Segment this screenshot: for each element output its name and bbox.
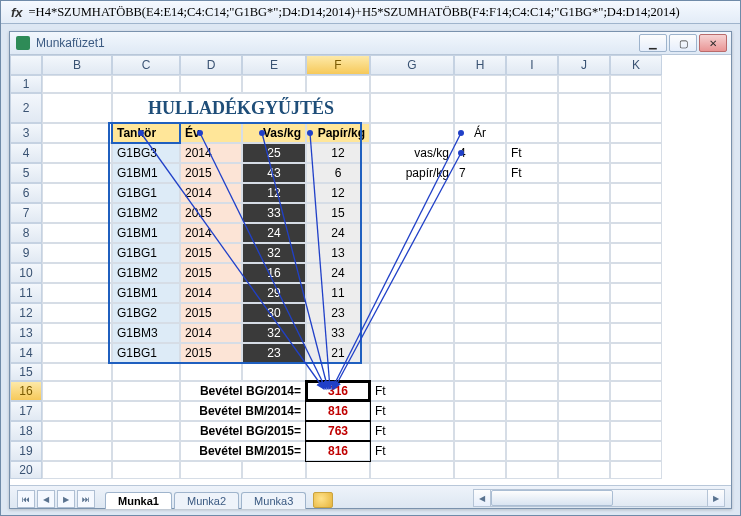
col-header[interactable]: E <box>242 55 306 75</box>
row-header[interactable]: 9 <box>10 243 42 263</box>
data-cell[interactable]: 2014 <box>180 183 242 203</box>
formula-input[interactable]: =H4*SZUMHATÖBB(E4:E14;C4:C14;"G1BG*";D4:… <box>29 5 736 20</box>
data-cell[interactable]: G1BG1 <box>112 243 180 263</box>
row-header[interactable]: 16 <box>10 381 42 401</box>
row-header[interactable]: 12 <box>10 303 42 323</box>
data-cell[interactable]: G1BG3 <box>112 143 180 163</box>
data-cell[interactable]: 2014 <box>180 223 242 243</box>
row-header[interactable]: 6 <box>10 183 42 203</box>
data-cell[interactable]: 12 <box>306 143 370 163</box>
sheet-tab-munka2[interactable]: Munka2 <box>174 492 239 509</box>
data-cell[interactable]: 29 <box>242 283 306 303</box>
row-header[interactable]: 8 <box>10 223 42 243</box>
row-header[interactable]: 11 <box>10 283 42 303</box>
scroll-thumb[interactable] <box>491 490 613 506</box>
sheet-tab-munka3[interactable]: Munka3 <box>241 492 306 509</box>
data-cell[interactable]: 2014 <box>180 143 242 163</box>
row-header[interactable]: 2 <box>10 93 42 123</box>
data-cell[interactable]: 32 <box>242 243 306 263</box>
data-cell[interactable]: 15 <box>306 203 370 223</box>
data-cell[interactable]: G1BG2 <box>112 303 180 323</box>
spreadsheet-grid[interactable]: B C D E F G H I J K 1 2 HULLADÉKGYŰJTÉS <box>10 55 662 479</box>
data-cell[interactable]: G1BM1 <box>112 163 180 183</box>
price-papir-value[interactable]: 7 <box>454 163 506 183</box>
data-cell[interactable]: 23 <box>306 303 370 323</box>
row-header[interactable]: 7 <box>10 203 42 223</box>
row-header[interactable]: 18 <box>10 421 42 441</box>
data-cell[interactable]: 2014 <box>180 323 242 343</box>
scroll-left-icon[interactable]: ◀ <box>474 490 491 506</box>
data-cell[interactable]: 2015 <box>180 203 242 223</box>
data-cell[interactable]: G1BG1 <box>112 343 180 363</box>
new-sheet-icon[interactable] <box>313 492 333 508</box>
th-tankor: Tankör <box>112 123 180 143</box>
data-cell[interactable]: 2015 <box>180 263 242 283</box>
data-cell[interactable]: 13 <box>306 243 370 263</box>
revenue-value[interactable]: 763 <box>306 421 370 441</box>
tab-nav-first-icon[interactable]: ⏮ <box>17 490 35 508</box>
data-cell[interactable]: G1BM1 <box>112 223 180 243</box>
row-header[interactable]: 1 <box>10 75 42 93</box>
row-header[interactable]: 5 <box>10 163 42 183</box>
tab-nav-last-icon[interactable]: ⏭ <box>77 490 95 508</box>
data-cell[interactable]: 16 <box>242 263 306 283</box>
col-header[interactable]: D <box>180 55 242 75</box>
row-header[interactable]: 19 <box>10 441 42 461</box>
restore-button[interactable]: ▢ <box>669 34 697 52</box>
data-cell[interactable]: 25 <box>242 143 306 163</box>
data-cell[interactable]: 23 <box>242 343 306 363</box>
data-cell[interactable]: 6 <box>306 163 370 183</box>
data-cell[interactable]: 2015 <box>180 303 242 323</box>
horizontal-scrollbar[interactable]: ◀ ▶ <box>473 489 725 507</box>
sheet-tab-munka1[interactable]: Munka1 <box>105 492 172 509</box>
data-cell[interactable]: 2014 <box>180 283 242 303</box>
col-header[interactable]: G <box>370 55 454 75</box>
tab-nav-next-icon[interactable]: ▶ <box>57 490 75 508</box>
revenue-value[interactable]: 816 <box>306 441 370 461</box>
col-header[interactable]: J <box>558 55 610 75</box>
tab-nav-prev-icon[interactable]: ◀ <box>37 490 55 508</box>
col-header[interactable]: I <box>506 55 558 75</box>
row-header[interactable]: 14 <box>10 343 42 363</box>
data-cell[interactable]: G1BM3 <box>112 323 180 343</box>
data-cell[interactable]: 30 <box>242 303 306 323</box>
col-header[interactable]: F <box>306 55 370 75</box>
data-cell[interactable]: G1BM2 <box>112 203 180 223</box>
data-cell[interactable]: 2015 <box>180 243 242 263</box>
grid-area[interactable]: B C D E F G H I J K 1 2 HULLADÉKGYŰJTÉS <box>10 55 731 485</box>
select-all-corner[interactable] <box>10 55 42 75</box>
col-header[interactable]: B <box>42 55 112 75</box>
data-cell[interactable]: 12 <box>242 183 306 203</box>
row-header[interactable]: 10 <box>10 263 42 283</box>
data-cell[interactable]: G1BM1 <box>112 283 180 303</box>
revenue-value[interactable]: 816 <box>306 401 370 421</box>
data-cell[interactable]: 24 <box>306 223 370 243</box>
data-cell[interactable]: 33 <box>306 323 370 343</box>
col-header[interactable]: H <box>454 55 506 75</box>
revenue-value-active[interactable]: 316 <box>306 381 370 401</box>
fx-icon[interactable]: fx <box>5 5 29 20</box>
minimize-button[interactable]: ▁ <box>639 34 667 52</box>
data-cell[interactable]: 24 <box>306 263 370 283</box>
row-header[interactable]: 17 <box>10 401 42 421</box>
data-cell[interactable]: G1BM2 <box>112 263 180 283</box>
col-header[interactable]: C <box>112 55 180 75</box>
data-cell[interactable]: 32 <box>242 323 306 343</box>
data-cell[interactable]: 12 <box>306 183 370 203</box>
data-cell[interactable]: 24 <box>242 223 306 243</box>
close-button[interactable]: ✕ <box>699 34 727 52</box>
data-cell[interactable]: 11 <box>306 283 370 303</box>
data-cell[interactable]: G1BG1 <box>112 183 180 203</box>
row-header[interactable]: 13 <box>10 323 42 343</box>
data-cell[interactable]: 2015 <box>180 163 242 183</box>
data-cell[interactable]: 43 <box>242 163 306 183</box>
row-header[interactable]: 15 <box>10 363 42 381</box>
data-cell[interactable]: 33 <box>242 203 306 223</box>
col-header[interactable]: K <box>610 55 662 75</box>
row-header[interactable]: 4 <box>10 143 42 163</box>
data-cell[interactable]: 2015 <box>180 343 242 363</box>
row-header[interactable]: 20 <box>10 461 42 479</box>
row-header[interactable]: 3 <box>10 123 42 143</box>
scroll-right-icon[interactable]: ▶ <box>707 490 724 506</box>
data-cell[interactable]: 21 <box>306 343 370 363</box>
